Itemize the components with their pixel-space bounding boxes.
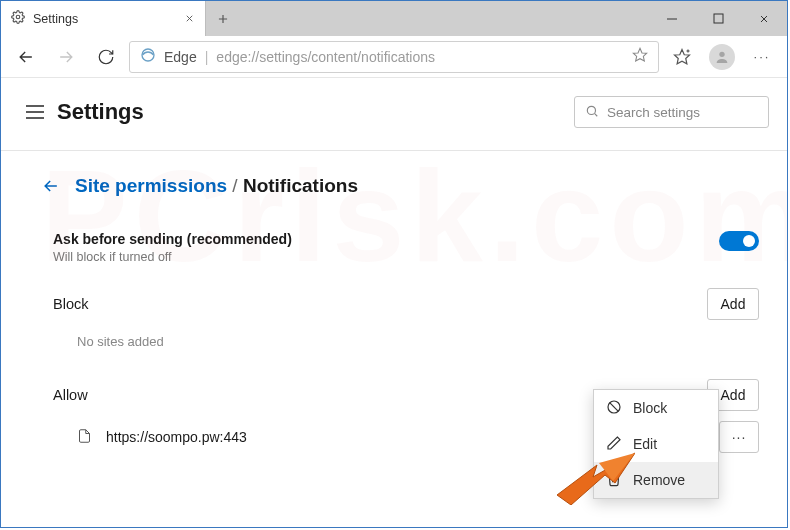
svg-point-12 bbox=[587, 106, 595, 114]
search-settings-input[interactable]: Search settings bbox=[574, 96, 769, 128]
file-icon bbox=[77, 427, 92, 448]
ask-before-sending-toggle[interactable] bbox=[719, 231, 759, 251]
close-tab-icon[interactable] bbox=[184, 11, 195, 27]
url-text: edge://settings/content/notifications bbox=[216, 49, 624, 65]
block-section-title: Block bbox=[53, 296, 88, 312]
ask-before-sending-sub: Will block if turned off bbox=[53, 250, 292, 264]
allow-site-more-button[interactable]: ··· bbox=[719, 421, 759, 453]
profile-avatar[interactable] bbox=[705, 40, 739, 74]
browser-tab[interactable]: Settings bbox=[1, 1, 206, 36]
svg-line-13 bbox=[595, 113, 598, 116]
svg-point-8 bbox=[719, 51, 724, 56]
content-header: Settings Search settings bbox=[1, 78, 787, 151]
edge-logo-icon bbox=[140, 47, 156, 66]
breadcrumb-current: Notifications bbox=[243, 175, 358, 196]
block-icon bbox=[606, 399, 622, 418]
favorites-button[interactable] bbox=[665, 40, 699, 74]
block-add-button[interactable]: Add bbox=[707, 288, 759, 320]
close-window-button[interactable] bbox=[741, 1, 787, 36]
pencil-icon bbox=[606, 435, 622, 454]
favorite-star-icon[interactable] bbox=[632, 47, 648, 66]
minimize-button[interactable] bbox=[649, 1, 695, 36]
more-menu-button[interactable]: ··· bbox=[745, 40, 779, 74]
new-tab-button[interactable] bbox=[206, 1, 240, 36]
forward-button[interactable] bbox=[49, 40, 83, 74]
search-placeholder: Search settings bbox=[607, 105, 700, 120]
svg-line-15 bbox=[610, 402, 619, 411]
breadcrumb-parent-link[interactable]: Site permissions bbox=[75, 175, 227, 196]
refresh-button[interactable] bbox=[89, 40, 123, 74]
breadcrumb: Site permissions / Notifications bbox=[41, 175, 759, 197]
svg-point-0 bbox=[16, 15, 20, 19]
page-title: Settings bbox=[57, 99, 144, 125]
svg-marker-5 bbox=[675, 49, 690, 63]
ctx-label: Edit bbox=[633, 436, 657, 452]
ctx-label: Block bbox=[633, 400, 667, 416]
titlebar: Settings bbox=[1, 1, 787, 36]
context-menu-remove[interactable]: Remove bbox=[594, 462, 718, 498]
ask-before-sending-label: Ask before sending (recommended) bbox=[53, 231, 292, 247]
svg-rect-2 bbox=[714, 14, 723, 23]
block-empty-text: No sites added bbox=[53, 320, 759, 357]
ctx-label: Remove bbox=[633, 472, 685, 488]
address-field[interactable]: Edge | edge://settings/content/notificat… bbox=[129, 41, 659, 73]
back-button[interactable] bbox=[9, 40, 43, 74]
allow-site-url: https://soompo.pw:443 bbox=[106, 429, 247, 445]
tab-title: Settings bbox=[33, 12, 176, 26]
search-icon bbox=[585, 104, 599, 121]
site-identity-label: Edge bbox=[164, 49, 197, 65]
allow-section-title: Allow bbox=[53, 387, 88, 403]
svg-marker-4 bbox=[633, 48, 646, 61]
gear-icon bbox=[11, 10, 25, 27]
maximize-button[interactable] bbox=[695, 1, 741, 36]
site-context-menu: Block Edit Remove bbox=[593, 389, 719, 499]
context-menu-block[interactable]: Block bbox=[594, 390, 718, 426]
trash-icon bbox=[606, 471, 622, 490]
breadcrumb-back-icon[interactable] bbox=[41, 176, 61, 196]
svg-point-3 bbox=[142, 49, 154, 61]
address-bar: Edge | edge://settings/content/notificat… bbox=[1, 36, 787, 78]
context-menu-edit[interactable]: Edit bbox=[594, 426, 718, 462]
menu-toggle-icon[interactable] bbox=[19, 105, 51, 119]
